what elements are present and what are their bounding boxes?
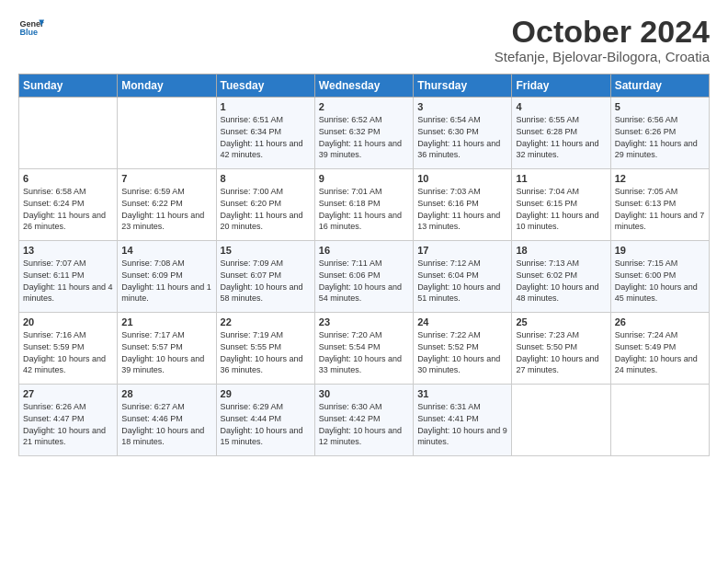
- calendar-day-cell: 21Sunrise: 7:17 AM Sunset: 5:57 PM Dayli…: [118, 313, 216, 385]
- day-info: Sunrise: 6:27 AM Sunset: 4:46 PM Dayligh…: [121, 401, 211, 447]
- day-info: Sunrise: 7:05 AM Sunset: 6:13 PM Dayligh…: [615, 186, 705, 232]
- location: Stefanje, Bjelovar-Bilogora, Croatia: [495, 49, 710, 64]
- day-number: 3: [417, 101, 507, 112]
- day-info: Sunrise: 7:09 AM Sunset: 6:07 PM Dayligh…: [221, 258, 311, 304]
- day-number: 30: [319, 388, 409, 399]
- calendar-header-cell: Wednesday: [314, 75, 413, 98]
- day-info: Sunrise: 6:30 AM Sunset: 4:42 PM Dayligh…: [319, 401, 409, 447]
- day-info: Sunrise: 6:55 AM Sunset: 6:28 PM Dayligh…: [516, 114, 606, 160]
- day-number: 13: [23, 245, 113, 256]
- day-number: 8: [221, 173, 311, 184]
- day-number: 26: [615, 316, 705, 327]
- calendar-body: 1Sunrise: 6:51 AM Sunset: 6:34 PM Daylig…: [19, 98, 710, 456]
- day-info: Sunrise: 6:52 AM Sunset: 6:32 PM Dayligh…: [319, 114, 409, 160]
- day-info: Sunrise: 6:29 AM Sunset: 4:44 PM Dayligh…: [221, 401, 311, 447]
- day-number: 4: [516, 101, 606, 112]
- calendar-header-cell: Saturday: [610, 75, 709, 98]
- logo-icon: General Blue: [18, 15, 44, 40]
- calendar-header-cell: Friday: [512, 75, 610, 98]
- calendar-table: SundayMondayTuesdayWednesdayThursdayFrid…: [18, 74, 710, 456]
- day-number: 2: [319, 101, 409, 112]
- calendar-day-cell: 17Sunrise: 7:12 AM Sunset: 6:04 PM Dayli…: [414, 241, 512, 313]
- day-info: Sunrise: 7:20 AM Sunset: 5:54 PM Dayligh…: [319, 329, 409, 375]
- day-info: Sunrise: 7:16 AM Sunset: 5:59 PM Dayligh…: [23, 329, 113, 375]
- calendar-week-row: 1Sunrise: 6:51 AM Sunset: 6:34 PM Daylig…: [19, 98, 710, 169]
- day-info: Sunrise: 6:31 AM Sunset: 4:41 PM Dayligh…: [417, 401, 507, 447]
- calendar-day-cell: 12Sunrise: 7:05 AM Sunset: 6:13 PM Dayli…: [610, 169, 709, 241]
- day-number: 31: [417, 388, 507, 399]
- calendar-day-cell: 29Sunrise: 6:29 AM Sunset: 4:44 PM Dayli…: [216, 385, 314, 456]
- page: General Blue October 2024 Stefanje, Bjel…: [0, 0, 728, 465]
- calendar-day-cell: 27Sunrise: 6:26 AM Sunset: 4:47 PM Dayli…: [19, 385, 118, 456]
- calendar-day-cell: [118, 98, 216, 169]
- calendar-day-cell: 26Sunrise: 7:24 AM Sunset: 5:49 PM Dayli…: [610, 313, 709, 385]
- calendar-week-row: 13Sunrise: 7:07 AM Sunset: 6:11 PM Dayli…: [19, 241, 710, 313]
- calendar-day-cell: 5Sunrise: 6:56 AM Sunset: 6:26 PM Daylig…: [610, 98, 709, 169]
- day-info: Sunrise: 7:17 AM Sunset: 5:57 PM Dayligh…: [121, 329, 211, 375]
- day-number: 1: [221, 101, 311, 112]
- calendar-day-cell: 19Sunrise: 7:15 AM Sunset: 6:00 PM Dayli…: [610, 241, 709, 313]
- day-number: 29: [221, 388, 311, 399]
- calendar-day-cell: 14Sunrise: 7:08 AM Sunset: 6:09 PM Dayli…: [118, 241, 216, 313]
- calendar-day-cell: 4Sunrise: 6:55 AM Sunset: 6:28 PM Daylig…: [512, 98, 610, 169]
- calendar-day-cell: 20Sunrise: 7:16 AM Sunset: 5:59 PM Dayli…: [19, 313, 118, 385]
- calendar-day-cell: 16Sunrise: 7:11 AM Sunset: 6:06 PM Dayli…: [314, 241, 413, 313]
- day-number: 10: [417, 173, 507, 184]
- day-info: Sunrise: 6:26 AM Sunset: 4:47 PM Dayligh…: [23, 401, 113, 447]
- calendar-day-cell: 11Sunrise: 7:04 AM Sunset: 6:15 PM Dayli…: [512, 169, 610, 241]
- calendar-day-cell: [610, 385, 709, 456]
- calendar-header-cell: Thursday: [414, 75, 512, 98]
- day-number: 21: [121, 316, 211, 327]
- calendar-day-cell: 24Sunrise: 7:22 AM Sunset: 5:52 PM Dayli…: [414, 313, 512, 385]
- day-info: Sunrise: 7:12 AM Sunset: 6:04 PM Dayligh…: [417, 258, 507, 304]
- calendar-day-cell: 25Sunrise: 7:23 AM Sunset: 5:50 PM Dayli…: [512, 313, 610, 385]
- calendar-week-row: 6Sunrise: 6:58 AM Sunset: 6:24 PM Daylig…: [19, 169, 710, 241]
- day-info: Sunrise: 7:03 AM Sunset: 6:16 PM Dayligh…: [417, 186, 507, 232]
- day-number: 9: [319, 173, 409, 184]
- day-info: Sunrise: 7:07 AM Sunset: 6:11 PM Dayligh…: [23, 258, 113, 304]
- day-number: 28: [121, 388, 211, 399]
- calendar-day-cell: 30Sunrise: 6:30 AM Sunset: 4:42 PM Dayli…: [314, 385, 413, 456]
- day-info: Sunrise: 7:01 AM Sunset: 6:18 PM Dayligh…: [319, 186, 409, 232]
- calendar-day-cell: 6Sunrise: 6:58 AM Sunset: 6:24 PM Daylig…: [19, 169, 118, 241]
- day-info: Sunrise: 7:08 AM Sunset: 6:09 PM Dayligh…: [121, 258, 211, 304]
- day-number: 18: [516, 245, 606, 256]
- day-number: 27: [23, 388, 113, 399]
- day-number: 22: [221, 316, 311, 327]
- day-info: Sunrise: 6:59 AM Sunset: 6:22 PM Dayligh…: [121, 186, 211, 232]
- calendar-day-cell: 2Sunrise: 6:52 AM Sunset: 6:32 PM Daylig…: [314, 98, 413, 169]
- day-number: 23: [319, 316, 409, 327]
- day-number: 24: [417, 316, 507, 327]
- calendar-header-cell: Sunday: [19, 75, 118, 98]
- calendar-day-cell: 9Sunrise: 7:01 AM Sunset: 6:18 PM Daylig…: [314, 169, 413, 241]
- day-number: 19: [615, 245, 705, 256]
- calendar-day-cell: 28Sunrise: 6:27 AM Sunset: 4:46 PM Dayli…: [118, 385, 216, 456]
- day-info: Sunrise: 6:51 AM Sunset: 6:34 PM Dayligh…: [221, 114, 311, 160]
- calendar-day-cell: 22Sunrise: 7:19 AM Sunset: 5:55 PM Dayli…: [216, 313, 314, 385]
- day-info: Sunrise: 7:24 AM Sunset: 5:49 PM Dayligh…: [615, 329, 705, 375]
- day-info: Sunrise: 6:58 AM Sunset: 6:24 PM Dayligh…: [23, 186, 113, 232]
- calendar-week-row: 27Sunrise: 6:26 AM Sunset: 4:47 PM Dayli…: [19, 385, 710, 456]
- calendar-day-cell: 13Sunrise: 7:07 AM Sunset: 6:11 PM Dayli…: [19, 241, 118, 313]
- day-info: Sunrise: 7:04 AM Sunset: 6:15 PM Dayligh…: [516, 186, 606, 232]
- svg-text:Blue: Blue: [19, 28, 38, 37]
- calendar-header-row: SundayMondayTuesdayWednesdayThursdayFrid…: [19, 75, 710, 98]
- title-block: October 2024 Stefanje, Bjelovar-Bilogora…: [495, 15, 710, 64]
- day-number: 14: [121, 245, 211, 256]
- calendar-day-cell: 18Sunrise: 7:13 AM Sunset: 6:02 PM Dayli…: [512, 241, 610, 313]
- calendar-day-cell: [512, 385, 610, 456]
- day-info: Sunrise: 7:00 AM Sunset: 6:20 PM Dayligh…: [221, 186, 311, 232]
- calendar-day-cell: 7Sunrise: 6:59 AM Sunset: 6:22 PM Daylig…: [118, 169, 216, 241]
- day-number: 15: [221, 245, 311, 256]
- calendar-header-cell: Tuesday: [216, 75, 314, 98]
- calendar-day-cell: 23Sunrise: 7:20 AM Sunset: 5:54 PM Dayli…: [314, 313, 413, 385]
- day-number: 25: [516, 316, 606, 327]
- day-number: 12: [615, 173, 705, 184]
- calendar-day-cell: [19, 98, 118, 169]
- calendar-day-cell: 15Sunrise: 7:09 AM Sunset: 6:07 PM Dayli…: [216, 241, 314, 313]
- day-info: Sunrise: 7:23 AM Sunset: 5:50 PM Dayligh…: [516, 329, 606, 375]
- day-number: 17: [417, 245, 507, 256]
- calendar-day-cell: 8Sunrise: 7:00 AM Sunset: 6:20 PM Daylig…: [216, 169, 314, 241]
- day-info: Sunrise: 7:19 AM Sunset: 5:55 PM Dayligh…: [221, 329, 311, 375]
- day-number: 7: [121, 173, 211, 184]
